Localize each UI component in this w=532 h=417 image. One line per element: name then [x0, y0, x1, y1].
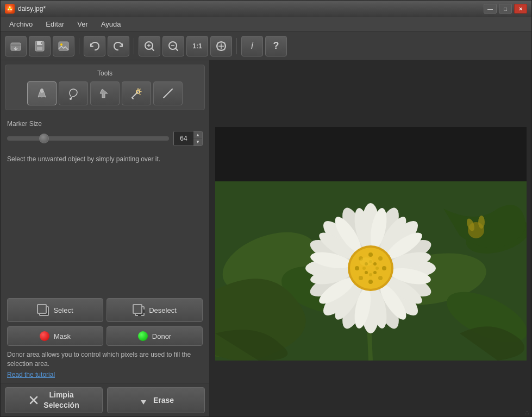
svg-rect-8	[37, 47, 42, 50]
lasso-tool[interactable]	[59, 81, 88, 105]
clear-selection-button[interactable]: LimpiaSelección	[5, 387, 103, 413]
minimize-button[interactable]: —	[484, 4, 497, 14]
left-panel: Tools	[1, 60, 210, 416]
deselect-button[interactable]: Deselect	[107, 298, 203, 322]
main-area: Tools	[1, 60, 531, 416]
toolbar: 1:1 i ?	[1, 32, 531, 60]
svg-point-16	[40, 89, 43, 93]
erase-label: Erase	[153, 396, 174, 405]
clear-selection-label: LimpiaSelección	[43, 390, 79, 409]
marker-tool[interactable]	[27, 81, 57, 105]
svg-point-67	[368, 280, 373, 284]
marker-size-slider[interactable]	[7, 136, 169, 141]
donor-label: Donor	[152, 332, 171, 340]
panel-spacer	[1, 167, 209, 296]
app-icon	[5, 4, 15, 14]
donor-icon	[138, 331, 148, 341]
svg-point-69	[355, 266, 359, 270]
donor-description: Donor area allows you to control which p…	[1, 348, 209, 370]
tutorial-link[interactable]: Read the tutorial	[1, 370, 209, 383]
svg-point-2	[9, 7, 11, 8]
zoom-out-button[interactable]	[162, 36, 184, 56]
tools-row	[10, 81, 200, 105]
window-title: daisy.jpg*	[18, 5, 46, 12]
marker-size-up[interactable]: ▲	[193, 131, 202, 138]
zoom-fit-button[interactable]	[210, 36, 232, 56]
deselect-label: Deselect	[149, 306, 177, 314]
svg-point-63	[368, 252, 373, 257]
bottom-bar: LimpiaSelección Erase	[1, 383, 209, 416]
menu-ver[interactable]: Ver	[71, 18, 95, 30]
image-button[interactable]	[53, 36, 74, 56]
svg-point-11	[60, 43, 62, 46]
toolbar-separator-2	[134, 38, 134, 54]
maximize-button[interactable]: □	[499, 4, 512, 14]
open-button[interactable]	[5, 36, 27, 56]
toolbar-separator-1	[79, 38, 79, 54]
mask-label: Mask	[54, 332, 71, 340]
svg-point-75	[369, 273, 372, 276]
erase-button[interactable]: Erase	[107, 387, 205, 413]
redo-button[interactable]	[108, 36, 129, 56]
select-label: Select	[53, 306, 73, 314]
zoom-1-1-label: 1:1	[192, 42, 202, 50]
app-window: daisy.jpg* — □ ✕ Archivo Editar Ver Ayud…	[0, 0, 532, 417]
deselect-icon	[133, 304, 145, 316]
arrow-tool[interactable]	[90, 81, 120, 105]
mask-button[interactable]: Mask	[7, 326, 103, 346]
menu-archivo[interactable]: Archivo	[3, 18, 39, 30]
svg-point-79	[360, 257, 373, 266]
svg-point-73	[375, 267, 379, 270]
svg-point-66	[378, 276, 383, 280]
svg-point-64	[378, 256, 383, 261]
zoom-1-1-button[interactable]: 1:1	[186, 36, 208, 56]
svg-point-68	[359, 276, 363, 280]
erase-icon	[138, 395, 149, 406]
svg-point-65	[382, 266, 386, 270]
select-icon	[37, 304, 49, 316]
info-button[interactable]: i	[241, 36, 263, 56]
svg-point-76	[365, 271, 368, 274]
svg-point-3	[10, 9, 12, 10]
close-button[interactable]: ✕	[514, 4, 527, 14]
marker-size-section: Marker Size ▲ ▼	[1, 115, 209, 151]
status-corner: .:.	[525, 409, 529, 415]
clear-selection-icon	[28, 395, 39, 406]
titlebar-left: daisy.jpg*	[5, 4, 46, 14]
help-button[interactable]: ?	[265, 36, 287, 56]
undo-button[interactable]	[84, 36, 105, 56]
menu-ayuda[interactable]: Ayuda	[95, 18, 128, 30]
mask-donor-row: Mask Donor	[1, 324, 209, 348]
svg-point-72	[373, 262, 377, 266]
svg-rect-10	[59, 42, 68, 50]
donor-button[interactable]: Donor	[107, 326, 203, 346]
svg-point-77	[362, 267, 366, 270]
info-icon: i	[251, 40, 253, 52]
svg-point-74	[373, 271, 377, 274]
svg-rect-9	[41, 42, 42, 44]
tools-title: Tools	[10, 70, 200, 77]
svg-point-4	[8, 9, 9, 10]
select-deselect-row: Select Deselect	[1, 296, 209, 324]
zoom-in-button[interactable]	[139, 36, 160, 56]
toolbar-separator-3	[236, 38, 237, 54]
save-button[interactable]	[29, 36, 51, 56]
magic-wand-tool[interactable]	[122, 81, 151, 105]
mask-icon	[40, 331, 49, 341]
titlebar-controls: — □ ✕	[484, 4, 527, 14]
canvas-area[interactable]: .:.	[210, 60, 531, 416]
canvas-image	[215, 127, 527, 361]
tools-section: Tools	[5, 65, 205, 110]
tool-description: Select the unwanted object by simply pai…	[1, 151, 209, 167]
slider-row: ▲ ▼	[7, 131, 203, 146]
marker-size-label: Marker Size	[7, 120, 203, 128]
select-button[interactable]: Select	[7, 298, 103, 322]
titlebar: daisy.jpg* — □ ✕	[1, 1, 531, 17]
menu-editar[interactable]: Editar	[39, 18, 71, 30]
marker-size-input[interactable]	[174, 131, 193, 146]
menubar: Archivo Editar Ver Ayuda	[1, 17, 531, 32]
line-tool[interactable]	[153, 81, 183, 105]
help-icon: ?	[273, 40, 279, 52]
marker-size-down[interactable]: ▼	[193, 138, 202, 146]
svg-point-81	[478, 216, 485, 229]
